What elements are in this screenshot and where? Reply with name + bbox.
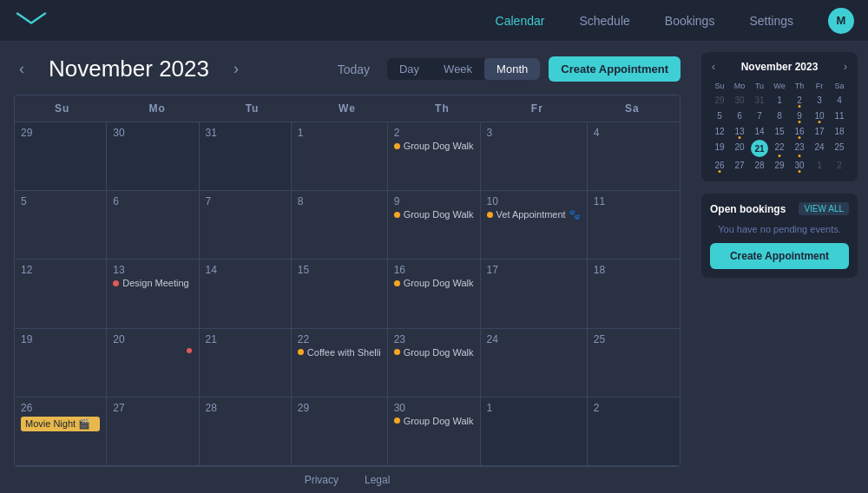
calendar-day-25[interactable]: 25	[588, 329, 680, 398]
mini-calendar-day[interactable]: 18	[830, 124, 849, 139]
calendar-day-12[interactable]: 12	[15, 260, 107, 328]
mini-calendar-day[interactable]: 8	[770, 108, 789, 123]
calendar-day-27[interactable]: 27	[107, 398, 199, 466]
mini-calendar-day[interactable]: 16	[790, 124, 809, 139]
mini-calendar-day[interactable]: 26	[710, 158, 729, 173]
calendar-day-24[interactable]: 24	[481, 329, 588, 398]
calendar-day-16[interactable]: 16Group Dog Walk	[388, 260, 481, 328]
mini-calendar-day[interactable]: 12	[710, 124, 729, 139]
calendar-day-19[interactable]: 19	[15, 329, 107, 398]
mini-calendar-day[interactable]: 29	[710, 93, 729, 108]
create-appointment-sidebar-button[interactable]: Create Appointment	[710, 243, 849, 269]
mini-calendar-day[interactable]: 19	[710, 140, 729, 157]
week-view-button[interactable]: Week	[431, 58, 484, 80]
calendar-day-13[interactable]: 13Design Meeting	[107, 260, 199, 328]
calendar-day-22[interactable]: 22Coffee with Shelli	[292, 329, 388, 398]
prev-month-button[interactable]: ‹	[14, 56, 30, 82]
mini-calendar-day[interactable]: 7	[750, 108, 769, 123]
user-avatar[interactable]: M	[828, 8, 854, 34]
mini-calendar-day[interactable]: 27	[730, 158, 749, 173]
calendar-day-5[interactable]: 5	[15, 191, 107, 260]
calendar-day-11[interactable]: 11	[588, 191, 680, 260]
nav-calendar[interactable]: Calendar	[496, 14, 545, 28]
mini-calendar-day[interactable]: 13	[730, 124, 749, 139]
calendar-day-29[interactable]: 29	[15, 122, 107, 191]
mini-calendar-day[interactable]: 5	[710, 108, 729, 123]
calendar-day-1[interactable]: 1	[292, 122, 388, 191]
mini-calendar-day[interactable]: 9	[790, 108, 809, 123]
mini-calendar-day[interactable]: 2	[790, 93, 809, 108]
mini-calendar-day[interactable]: 14	[750, 124, 769, 139]
nav-bookings[interactable]: Bookings	[665, 14, 715, 28]
calendar-day-14[interactable]: 14	[200, 260, 292, 328]
footer-legal[interactable]: Legal	[365, 474, 390, 486]
mini-calendar-day[interactable]: 28	[750, 158, 769, 173]
calendar-day-2[interactable]: 2	[588, 398, 680, 466]
logo	[14, 8, 49, 34]
mini-calendar-day[interactable]: 24	[810, 140, 829, 157]
calendar-day-18[interactable]: 18	[588, 260, 680, 328]
nav-settings[interactable]: Settings	[749, 14, 793, 28]
event-item[interactable]: Group Dog Walk	[394, 278, 474, 288]
view-all-button[interactable]: VIEW ALL	[799, 202, 849, 215]
event-bar[interactable]: Movie Night 🎬	[21, 417, 100, 431]
calendar-day-17[interactable]: 17	[481, 260, 588, 328]
calendar-day-10[interactable]: 10Vet Appointment 🐾	[481, 191, 588, 260]
calendar-day-29[interactable]: 29	[292, 398, 388, 466]
calendar-day-31[interactable]: 31	[200, 122, 292, 191]
mini-calendar-day[interactable]: 31	[750, 93, 769, 108]
mini-calendar-day[interactable]: 1	[770, 93, 789, 108]
mini-calendar-day[interactable]: 15	[770, 124, 789, 139]
mini-calendar-day[interactable]: 4	[830, 93, 849, 108]
calendar-day-15[interactable]: 15	[292, 260, 388, 328]
calendar-day-1[interactable]: 1	[481, 398, 588, 466]
event-item[interactable]: Group Dog Walk	[394, 416, 474, 426]
month-view-button[interactable]: Month	[484, 58, 540, 80]
mini-prev-month[interactable]: ‹	[710, 61, 717, 73]
nav-schedule[interactable]: Schedule	[579, 14, 629, 28]
calendar-day-2[interactable]: 2Group Dog Walk	[388, 122, 481, 191]
calendar-day-23[interactable]: 23Group Dog Walk	[388, 329, 481, 398]
mini-calendar-day[interactable]: 29	[770, 158, 789, 173]
event-item[interactable]: Group Dog Walk	[394, 141, 474, 151]
footer-privacy[interactable]: Privacy	[305, 474, 339, 486]
calendar-day-21[interactable]: 21	[200, 329, 292, 398]
day-view-button[interactable]: Day	[387, 58, 431, 80]
mini-calendar-day[interactable]: 1	[810, 158, 829, 173]
mini-calendar-day[interactable]: 22	[770, 140, 789, 157]
calendar-day-9[interactable]: 9Group Dog Walk	[388, 191, 481, 260]
calendar-day-4[interactable]: 4	[588, 122, 680, 191]
next-month-button[interactable]: ›	[228, 56, 244, 82]
calendar-day-3[interactable]: 3	[481, 122, 588, 191]
event-item[interactable]: Vet Appointment 🐾	[487, 209, 581, 220]
event-label: Group Dog Walk	[404, 347, 474, 358]
calendar-day-8[interactable]: 8	[292, 191, 388, 260]
mini-calendar-day[interactable]: 17	[810, 124, 829, 139]
mini-calendar-day[interactable]: 2	[830, 158, 849, 173]
calendar-day-30[interactable]: 30	[107, 122, 199, 191]
create-appointment-button[interactable]: Create Appointment	[549, 56, 681, 82]
mini-calendar-day[interactable]: 30	[790, 158, 809, 173]
calendar-day-26[interactable]: 26Movie Night 🎬	[15, 398, 107, 466]
mini-calendar-day[interactable]: 30	[730, 93, 749, 108]
mini-calendar-day[interactable]: 21	[751, 140, 768, 157]
calendar-day-6[interactable]: 6	[107, 191, 199, 260]
mini-calendar-day[interactable]: 25	[830, 140, 849, 157]
mini-calendar-day[interactable]: 3	[810, 93, 829, 108]
calendar-day-7[interactable]: 7	[200, 191, 292, 260]
mini-next-month[interactable]: ›	[842, 61, 849, 73]
calendar-day-20[interactable]: 20	[107, 329, 199, 398]
calendar-day-28[interactable]: 28	[200, 398, 292, 466]
view-toggle: Day Week Month	[387, 58, 540, 80]
mini-calendar-day[interactable]: 20	[730, 140, 749, 157]
calendar-day-30[interactable]: 30Group Dog Walk	[388, 398, 481, 466]
event-item[interactable]: Design Meeting	[113, 278, 192, 288]
event-item[interactable]: Group Dog Walk	[394, 347, 474, 358]
mini-calendar-day[interactable]: 23	[790, 140, 809, 157]
today-button[interactable]: Today	[329, 59, 378, 80]
mini-calendar-day[interactable]: 10	[810, 108, 829, 123]
event-item[interactable]: Group Dog Walk	[394, 209, 474, 220]
mini-calendar-day[interactable]: 6	[730, 108, 749, 123]
event-item[interactable]: Coffee with Shelli	[298, 347, 381, 358]
mini-calendar-day[interactable]: 11	[830, 108, 849, 123]
